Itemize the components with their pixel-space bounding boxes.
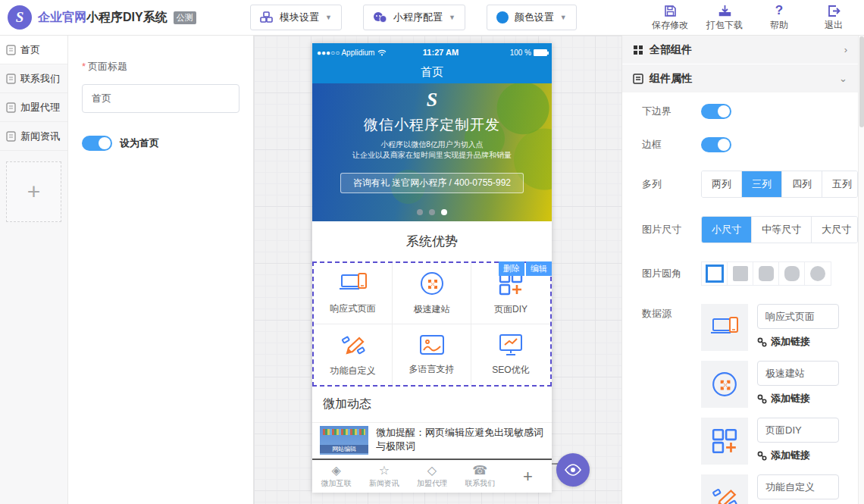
data-source-title-input[interactable] xyxy=(757,361,839,386)
modules-settings-dropdown[interactable]: 模块设置 ▼ xyxy=(250,5,342,30)
grid-item-custom-function[interactable]: 功能自定义 xyxy=(314,324,393,386)
feature-grid: 响应式页面 极速建站 页面DIY xyxy=(314,263,550,385)
image-size-medium[interactable]: 中等尺寸 xyxy=(752,217,812,243)
data-source-item: 添加链接 xyxy=(701,474,839,504)
columns-option-four[interactable]: 四列 xyxy=(782,171,822,197)
tab-weijia-hulian[interactable]: ◈ 微加互联 xyxy=(312,464,360,489)
tab-add[interactable]: + xyxy=(504,468,552,485)
grid-item-multilanguage[interactable]: 多语言支持 xyxy=(393,324,471,386)
sidebar-item-label: 加盟代理 xyxy=(20,101,60,114)
image-size-large[interactable]: 大尺寸 xyxy=(812,217,858,243)
header-actions: 保存修改 打包下载 ? 帮助 退出 xyxy=(650,4,864,32)
tab-contact[interactable]: ☎ 联系我们 xyxy=(456,464,504,489)
laptop-phone-icon xyxy=(339,271,368,298)
grid-item-fast-build[interactable]: 极速建站 xyxy=(393,263,471,324)
app-title: 企业官网小程序DIY系统 xyxy=(38,10,167,26)
chevron-down-icon: ▼ xyxy=(449,14,455,21)
bottom-border-toggle[interactable] xyxy=(701,104,731,119)
pages-sidebar: 首页 联系我们 加盟代理 新闻资讯 + xyxy=(0,36,68,504)
phone-nav-bar: 首页 xyxy=(312,61,552,83)
help-icon: ? xyxy=(775,4,783,17)
sidebar-item-news[interactable]: 新闻资讯 xyxy=(0,122,67,151)
chevron-down-icon: ▼ xyxy=(560,14,567,21)
section-title: 系统优势 xyxy=(312,221,552,261)
phone-status-bar: ●●●○○ Applidium 11:27 AM 100 % xyxy=(312,43,552,61)
radius-option-circle[interactable] xyxy=(805,262,831,285)
news-list-item[interactable]: 网站编辑 微加提醒：网页编辑应避免出现敏感词与极限词 xyxy=(312,423,552,455)
page-title-input[interactable] xyxy=(82,84,239,113)
preview-button[interactable] xyxy=(556,453,590,487)
radius-option-rounded-sm[interactable] xyxy=(728,262,753,285)
components-grid-icon xyxy=(633,45,643,55)
all-components-bar[interactable]: 全部组件 › xyxy=(622,36,858,64)
selected-grid-component[interactable]: 删除 编辑 响应式页面 xyxy=(312,261,552,387)
data-source-title-input[interactable] xyxy=(757,304,839,329)
add-link-button[interactable]: 添加链接 xyxy=(757,335,839,349)
columns-option-five[interactable]: 五列 xyxy=(822,171,858,197)
panel-scrollbar[interactable] xyxy=(858,36,864,504)
add-link-button[interactable]: 添加链接 xyxy=(757,449,839,462)
save-changes-button[interactable]: 保存修改 xyxy=(650,4,690,32)
set-as-home-toggle[interactable] xyxy=(82,136,112,151)
miniprogram-config-dropdown[interactable]: 小程序配置 ▼ xyxy=(363,5,465,30)
data-source-label: 数据源 xyxy=(642,304,701,321)
grid-item-seo[interactable]: SEO优化 xyxy=(471,324,550,386)
sidebar-item-home[interactable]: 首页 xyxy=(0,36,67,64)
carousel-dot[interactable] xyxy=(417,209,423,215)
tab-label: 新闻资讯 xyxy=(369,478,399,489)
data-source-title-input[interactable] xyxy=(757,474,839,499)
grid-item-responsive[interactable]: 响应式页面 xyxy=(314,263,393,324)
tab-label: 加盟代理 xyxy=(417,478,447,489)
scrollbar-thumb[interactable] xyxy=(859,36,864,127)
radius-option-rounded-md[interactable] xyxy=(753,262,779,285)
sidebar-item-agency[interactable]: 加盟代理 xyxy=(0,93,67,122)
radius-option-square-selected[interactable] xyxy=(702,262,728,285)
beta-badge: 公测 xyxy=(174,11,196,24)
sidebar-item-label: 新闻资讯 xyxy=(20,130,60,143)
thumbnail-art xyxy=(323,429,365,435)
radius-option-rounded-lg[interactable] xyxy=(779,262,805,285)
border-toggle[interactable] xyxy=(701,137,731,152)
thumbnail-caption: 网站编辑 xyxy=(320,445,368,453)
news-section-title: 微加动态 xyxy=(312,387,552,423)
hero-subtitle-1: 小程序以微信8亿用户为切入点 xyxy=(312,139,552,150)
puzzle-icon xyxy=(419,271,445,299)
pencil-icon xyxy=(340,332,367,360)
tab-news[interactable]: ☆ 新闻资讯 xyxy=(360,464,408,489)
tab-agency[interactable]: ◇ 加盟代理 xyxy=(408,464,455,489)
all-components-label: 全部组件 xyxy=(650,43,692,57)
battery-indicator: 100 % xyxy=(510,49,547,57)
edit-component-button[interactable]: 编辑 xyxy=(526,261,552,276)
grid-item-label: SEO优化 xyxy=(492,364,529,377)
delete-component-button[interactable]: 删除 xyxy=(499,261,524,276)
data-source-title-input[interactable] xyxy=(757,418,839,443)
phone-preview: ●●●○○ Applidium 11:27 AM 100 % 首页 S 微信小程… xyxy=(312,43,552,493)
grid-item-label: 极速建站 xyxy=(414,303,450,316)
add-link-button[interactable]: 添加链接 xyxy=(757,392,839,405)
exit-label: 退出 xyxy=(825,19,843,32)
package-download-button[interactable]: 打包下载 xyxy=(705,4,744,32)
news-thumbnail: 网站编辑 xyxy=(320,426,368,455)
news-title: 微加提醒：网页编辑应避免出现敏感词与极限词 xyxy=(376,426,544,455)
phone-nav-title: 首页 xyxy=(421,65,443,80)
page-icon xyxy=(6,74,16,84)
hero-subtitle-2: 让企业以及商家在短时间里实现提升品牌和销量 xyxy=(312,150,552,161)
hero-banner[interactable]: S 微信小程序定制开发 小程序以微信8亿用户为切入点 让企业以及商家在短时间里实… xyxy=(312,83,552,221)
component-properties-bar[interactable]: 组件属性 ⌄ xyxy=(622,64,858,93)
chevron-right-icon: › xyxy=(844,44,847,55)
page-icon xyxy=(6,131,16,142)
image-radius-label: 图片圆角 xyxy=(642,267,701,280)
columns-option-two[interactable]: 两列 xyxy=(702,171,742,197)
color-settings-dropdown[interactable]: 颜色设置 ▼ xyxy=(487,5,577,30)
phone-icon: ☎ xyxy=(472,464,487,477)
carousel-dot[interactable] xyxy=(429,209,435,215)
columns-option-three-selected[interactable]: 三列 xyxy=(742,171,782,197)
help-button[interactable]: ? 帮助 xyxy=(759,4,799,32)
hero-cta-button[interactable]: 咨询有礼 送官网小程序 / 400-0755-992 xyxy=(340,173,524,193)
image-size-small-selected[interactable]: 小尺寸 xyxy=(702,217,752,243)
exit-button[interactable]: 退出 xyxy=(814,4,853,32)
carousel-dot-active[interactable] xyxy=(441,209,447,215)
link-icon xyxy=(757,451,767,461)
add-page-button[interactable]: + xyxy=(6,161,61,222)
sidebar-item-contact[interactable]: 联系我们 xyxy=(0,64,67,93)
